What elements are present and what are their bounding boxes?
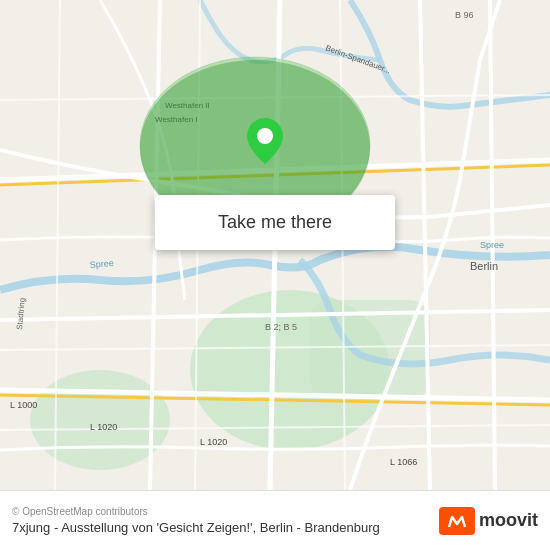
svg-text:L 1020: L 1020 bbox=[200, 437, 227, 447]
moovit-logo: moovit bbox=[439, 507, 538, 535]
location-title: 7xjung - Ausstellung von 'Gesicht Zeigen… bbox=[12, 520, 380, 535]
svg-text:L 1020: L 1020 bbox=[90, 422, 117, 432]
footer: © OpenStreetMap contributors 7xjung - Au… bbox=[0, 490, 550, 550]
moovit-icon bbox=[439, 507, 475, 535]
map-container: B 96 Stadtring B 2; B 5 L 1000 L 1020 L … bbox=[0, 0, 550, 490]
svg-text:Berlin: Berlin bbox=[470, 260, 498, 272]
svg-text:B 96: B 96 bbox=[455, 10, 474, 20]
svg-text:Spree: Spree bbox=[89, 258, 114, 270]
svg-text:Spree: Spree bbox=[480, 240, 504, 250]
copyright-text: © OpenStreetMap contributors bbox=[12, 506, 380, 517]
svg-text:L 1066: L 1066 bbox=[390, 457, 417, 467]
footer-info: © OpenStreetMap contributors 7xjung - Au… bbox=[12, 506, 380, 535]
svg-text:B 2; B 5: B 2; B 5 bbox=[265, 322, 297, 332]
moovit-text: moovit bbox=[479, 510, 538, 531]
take-me-there-button[interactable]: Take me there bbox=[155, 195, 395, 250]
location-title-text: 7xjung - Ausstellung von 'Gesicht Zeigen… bbox=[12, 520, 301, 535]
map-pin bbox=[247, 118, 283, 168]
svg-point-34 bbox=[257, 128, 273, 144]
svg-text:L 1000: L 1000 bbox=[10, 400, 37, 410]
location-title-text2: Brandenburg bbox=[305, 520, 380, 535]
